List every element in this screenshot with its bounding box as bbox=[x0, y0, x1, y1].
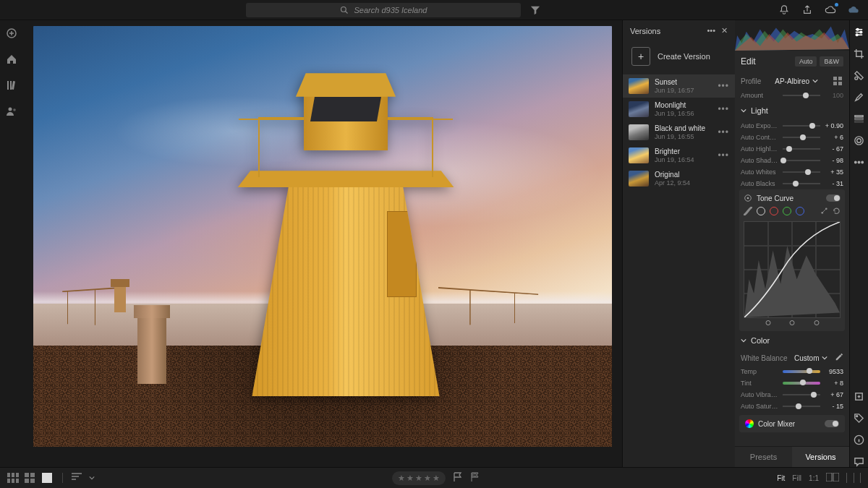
linear-gradient-icon[interactable] bbox=[854, 113, 865, 124]
profile-grid-icon[interactable] bbox=[832, 75, 843, 87]
cloud-sync-icon[interactable] bbox=[825, 4, 836, 16]
radial-gradient-icon[interactable] bbox=[854, 134, 865, 146]
channel-red[interactable] bbox=[770, 207, 778, 215]
grid-view-icon[interactable] bbox=[7, 473, 19, 483]
notification-icon[interactable] bbox=[778, 4, 790, 16]
svg-point-20 bbox=[855, 136, 863, 144]
version-thumb bbox=[629, 147, 649, 163]
sort-icon[interactable] bbox=[72, 473, 83, 483]
tag-icon[interactable] bbox=[854, 412, 865, 424]
crop-icon[interactable] bbox=[854, 48, 865, 59]
version-date: Jun 19, 16:57 bbox=[655, 87, 712, 94]
rating-stars[interactable]: ★ ★ ★ ★ ★ bbox=[392, 471, 446, 485]
version-item[interactable]: MoonlightJun 19, 16:56••• bbox=[623, 98, 735, 121]
version-item[interactable]: BrighterJun 19, 16:54••• bbox=[623, 144, 735, 167]
home-icon[interactable] bbox=[6, 53, 17, 67]
eyedropper-icon[interactable] bbox=[835, 353, 843, 363]
create-version-label: Create Version bbox=[658, 52, 710, 61]
flag-pick-icon[interactable] bbox=[453, 472, 463, 484]
more-icon[interactable]: ••• bbox=[718, 150, 729, 160]
channel-blue[interactable] bbox=[796, 207, 804, 215]
photo-preview[interactable] bbox=[33, 26, 612, 447]
more-icon[interactable]: ••• bbox=[718, 127, 729, 137]
profile-select[interactable]: AP-Albireo bbox=[775, 77, 818, 85]
star-icon[interactable]: ★ bbox=[424, 474, 431, 483]
svg-rect-30 bbox=[16, 473, 19, 477]
chevron-down-icon bbox=[741, 108, 746, 114]
more-icon[interactable]: ••• bbox=[718, 104, 729, 114]
version-item[interactable]: OriginalApr 12, 9:54 bbox=[623, 167, 735, 190]
more-icon[interactable]: ••• bbox=[718, 81, 729, 91]
light-slider[interactable] bbox=[783, 160, 820, 161]
close-icon[interactable]: ✕ bbox=[721, 26, 728, 35]
star-icon[interactable]: ★ bbox=[407, 474, 414, 483]
vibrance-slider[interactable] bbox=[783, 394, 820, 395]
brush-icon[interactable] bbox=[854, 91, 865, 103]
light-section-toggle[interactable]: Light bbox=[735, 101, 849, 120]
share-icon[interactable] bbox=[801, 4, 813, 16]
more-tools-icon[interactable] bbox=[854, 156, 865, 168]
tone-curve-toggle[interactable] bbox=[826, 194, 841, 202]
target-adjust-icon[interactable] bbox=[744, 194, 752, 202]
color-mixer-toggle[interactable] bbox=[825, 420, 839, 427]
zoom-fill[interactable]: Fill bbox=[792, 474, 801, 482]
export-icon[interactable] bbox=[854, 390, 865, 402]
tone-curve-panel: Tone Curve bbox=[739, 189, 845, 331]
more-icon[interactable]: ••• bbox=[707, 26, 715, 35]
zoom-fit[interactable]: Fit bbox=[777, 474, 785, 482]
heal-icon[interactable] bbox=[854, 69, 865, 81]
slider-label: Auto Contr… bbox=[741, 134, 778, 141]
search-input[interactable]: Search d935 Iceland bbox=[246, 3, 521, 17]
edit-title: Edit bbox=[741, 56, 756, 67]
color-section-toggle[interactable]: Color bbox=[735, 331, 849, 350]
saturation-slider[interactable] bbox=[783, 406, 820, 407]
compare-icon[interactable] bbox=[826, 473, 839, 483]
filmstrip-toggle-icon[interactable] bbox=[846, 473, 861, 483]
parametric-curve-icon[interactable] bbox=[744, 207, 752, 217]
tone-curve-grid[interactable] bbox=[744, 221, 841, 318]
flag-reject-icon[interactable] bbox=[470, 472, 480, 484]
comments-icon[interactable] bbox=[854, 455, 865, 467]
reset-curve-icon[interactable] bbox=[833, 207, 841, 215]
auto-button[interactable]: Auto bbox=[795, 56, 817, 67]
tint-value: + 8 bbox=[825, 380, 843, 387]
edit-sliders-icon[interactable] bbox=[854, 26, 865, 38]
bw-button[interactable]: B&W bbox=[820, 56, 843, 67]
chevron-down-icon[interactable] bbox=[89, 475, 95, 481]
temp-slider[interactable] bbox=[783, 370, 820, 373]
wb-select[interactable]: Custom bbox=[794, 354, 827, 362]
right-toolbar bbox=[849, 20, 868, 467]
tint-slider[interactable] bbox=[783, 382, 820, 385]
single-view-icon[interactable] bbox=[42, 473, 54, 483]
info-icon[interactable] bbox=[854, 434, 865, 445]
amount-slider[interactable] bbox=[783, 95, 820, 96]
light-slider[interactable] bbox=[783, 171, 820, 173]
channel-green[interactable] bbox=[783, 207, 791, 215]
svg-point-13 bbox=[856, 28, 859, 30]
channel-luma[interactable] bbox=[757, 207, 765, 215]
color-mixer-section[interactable]: Color Mixer bbox=[739, 415, 845, 432]
tab-presets[interactable]: Presets bbox=[735, 447, 792, 467]
light-slider[interactable] bbox=[783, 148, 820, 150]
star-icon[interactable]: ★ bbox=[398, 474, 405, 483]
create-version-button[interactable]: + Create Version bbox=[629, 44, 729, 69]
star-icon[interactable]: ★ bbox=[415, 474, 422, 483]
star-icon[interactable]: ★ bbox=[433, 474, 440, 483]
square-grid-icon[interactable] bbox=[25, 473, 36, 483]
plus-icon: + bbox=[631, 47, 650, 66]
version-item[interactable]: SunsetJun 19, 16:57••• bbox=[623, 74, 735, 98]
point-curve-icon[interactable] bbox=[820, 207, 828, 215]
histogram[interactable] bbox=[735, 20, 849, 51]
light-slider[interactable] bbox=[783, 137, 820, 138]
light-slider[interactable] bbox=[783, 125, 820, 127]
add-icon[interactable] bbox=[6, 27, 17, 40]
library-icon[interactable] bbox=[6, 80, 17, 93]
filter-icon[interactable] bbox=[529, 4, 541, 16]
tab-versions[interactable]: Versions bbox=[792, 447, 849, 467]
zoom-1to1[interactable]: 1:1 bbox=[809, 474, 819, 482]
cloud-settings-icon[interactable] bbox=[848, 4, 859, 16]
people-icon[interactable] bbox=[6, 106, 17, 119]
tone-curve-region-sliders[interactable] bbox=[744, 320, 841, 327]
light-slider[interactable] bbox=[783, 183, 820, 184]
version-item[interactable]: Black and whiteJun 19, 16:55••• bbox=[623, 121, 735, 144]
